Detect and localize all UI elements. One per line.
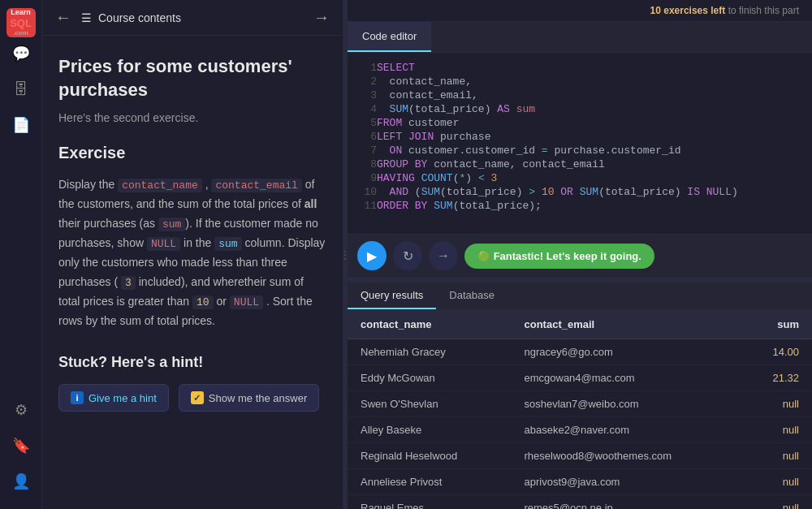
code-area[interactable]: 1 SELECT 2 contact_name, 3 contact_email… <box>348 53 812 234</box>
col-contact-email: contact_email <box>511 310 742 339</box>
line-num-6: 6 <box>348 130 377 144</box>
cell-contact-email: ngracey6@go.com <box>511 339 742 365</box>
col-contact-name: contact_name <box>348 310 511 339</box>
table-row: Anneliese Privostaprivost9@java.comnull <box>348 469 812 495</box>
tab-database-label: Database <box>449 289 495 301</box>
logo-sql: SQL <box>10 17 32 30</box>
lesson-title: Prices for some customers' purchases <box>58 55 326 101</box>
lesson-subtitle: Here's the second exercise. <box>58 111 326 124</box>
results-header-row: contact_name contact_email sum <box>348 310 812 339</box>
line-code-2[interactable]: contact_name, <box>377 75 812 88</box>
code-line-2: 2 contact_name, <box>348 75 812 88</box>
run-button[interactable]: ▶ <box>357 241 387 270</box>
course-contents-label: Course contents <box>98 11 181 24</box>
line-code-8[interactable]: GROUP BY contact_name, contact_email <box>377 157 812 171</box>
table-row: Alley Basekeabaseke2@naver.comnull <box>348 417 812 443</box>
cell-contact-email: soshevlan7@weibo.com <box>511 391 742 417</box>
code-sum1: sum <box>158 218 185 231</box>
line-num-9: 9 <box>348 171 377 185</box>
code-line-1: 1 SELECT <box>348 61 812 75</box>
hamburger-icon: ☰ <box>81 11 92 24</box>
fantastic-label: Fantastic! <box>494 250 543 262</box>
sidebar-item-user[interactable]: 👤 <box>5 465 37 498</box>
code-line-9: 9 HAVING COUNT(*) < 3 <box>348 171 812 185</box>
cell-contact-name: Nehemiah Gracey <box>348 339 511 365</box>
exercise-body: Display the contact_name , contact_email… <box>58 175 326 331</box>
logo-com: .com <box>13 29 28 37</box>
line-num-2: 2 <box>348 75 377 88</box>
line-code-9[interactable]: HAVING COUNT(*) < 3 <box>377 171 812 185</box>
cell-contact-name: Reginald Heselwood <box>348 443 511 469</box>
code-line-5: 5 FROM customer <box>348 116 812 130</box>
reset-button[interactable]: ↻ <box>393 241 422 270</box>
code-line-10: 10 AND (SUM(total_price) > 10 OR SUM(tot… <box>348 185 812 199</box>
finish-text: to finish this part <box>728 5 799 16</box>
line-code-6[interactable]: LEFT JOIN purchase <box>377 130 812 144</box>
line-code-1[interactable]: SELECT <box>377 61 812 75</box>
code-contact-email: contact_email <box>211 179 301 192</box>
forward-button[interactable]: → <box>429 241 458 270</box>
line-code-5[interactable]: FROM customer <box>377 116 812 130</box>
cell-contact-name: Raquel Emes <box>348 495 511 510</box>
table-row: Raquel Emesremes5@ocn.ne.jpnull <box>348 495 812 510</box>
sidebar-item-database[interactable]: 🗄 <box>5 73 37 106</box>
exercises-count: 10 exercises left <box>650 5 726 16</box>
cell-sum: 21.32 <box>742 365 812 391</box>
table-row: Eddy McGowanemcgowan4@mac.com21.32 <box>348 365 812 391</box>
cell-contact-email: aprivost9@java.com <box>511 469 742 495</box>
logo-learn: Learn <box>11 8 31 17</box>
line-code-10[interactable]: AND (SUM(total_price) > 10 OR SUM(total_… <box>377 185 812 199</box>
line-code-4[interactable]: SUM(total_price) AS sum <box>377 102 812 116</box>
code-table: 1 SELECT 2 contact_name, 3 contact_email… <box>348 61 812 213</box>
cell-contact-email: rheselwood8@woothemes.com <box>511 443 742 469</box>
line-code-11[interactable]: ORDER BY SUM(total_price); <box>377 199 812 213</box>
results-container: Query results Database contact_name cont… <box>348 282 812 509</box>
code-10: 10 <box>192 295 214 309</box>
sidebar-item-settings[interactable]: ⚙ <box>5 394 37 426</box>
hint-btn-label: Give me a hint <box>89 392 157 404</box>
sidebar: Learn SQL .com 💬 🗄 📄 ⚙ 🔖 👤 <box>0 0 42 509</box>
code-sum2: sum <box>214 237 241 251</box>
line-code-7[interactable]: ON customer.customer_id = purchase.custo… <box>377 144 812 157</box>
cell-contact-name: Eddy McGowan <box>348 365 511 391</box>
line-num-3: 3 <box>348 88 377 102</box>
answer-btn-label: Show me the answer <box>209 392 307 404</box>
editor-tabs: Code editor <box>348 22 812 53</box>
nav-forward-button[interactable]: → <box>313 8 330 27</box>
code-null2: NULL <box>230 295 263 309</box>
cell-contact-name: Anneliese Privost <box>348 469 511 495</box>
logo[interactable]: Learn SQL .com <box>6 8 36 37</box>
cell-sum: 14.00 <box>742 339 812 365</box>
fantastic-sublabel: Let's keep it going. <box>546 250 641 262</box>
right-panel: 10 exercises left to finish this part Co… <box>348 0 812 509</box>
cell-contact-email: abaseke2@naver.com <box>511 417 742 443</box>
sidebar-item-chat[interactable]: 💬 <box>5 37 37 70</box>
tab-code-editor-label: Code editor <box>362 30 417 42</box>
code-3: 3 <box>121 276 136 290</box>
cell-contact-email: remes5@ocn.ne.jp <box>511 495 742 510</box>
line-num-4: 4 <box>348 102 377 116</box>
table-row: Swen O'Shevlansoshevlan7@weibo.comnull <box>348 391 812 417</box>
editor-toolbar: ▶ ↻ → 🟢 Fantastic! Let's keep it going. <box>348 234 812 277</box>
line-num-8: 8 <box>348 157 377 171</box>
tab-code-editor[interactable]: Code editor <box>348 22 431 52</box>
show-me-the-answer-button[interactable]: ✓ Show me the answer <box>179 384 319 412</box>
tab-database[interactable]: Database <box>436 283 508 309</box>
sidebar-item-bookmark[interactable]: 🔖 <box>5 429 37 462</box>
nav-back-button[interactable]: ← <box>55 8 71 27</box>
exercise-heading: Exercise <box>58 144 326 162</box>
hint-buttons: i Give me a hint ✓ Show me the answer <box>58 384 326 412</box>
cell-sum: null <box>742 469 812 495</box>
table-row: Reginald Heselwoodrheselwood8@woothemes.… <box>348 443 812 469</box>
give-me-a-hint-button[interactable]: i Give me a hint <box>58 384 169 412</box>
code-line-7: 7 ON customer.customer_id = purchase.cus… <box>348 144 812 157</box>
results-table-wrap: contact_name contact_email sum Nehemiah … <box>348 310 812 509</box>
cell-contact-email: emcgowan4@mac.com <box>511 365 742 391</box>
line-code-3[interactable]: contact_email, <box>377 88 812 102</box>
sidebar-item-book[interactable]: 📄 <box>5 109 37 141</box>
line-num-10: 10 <box>348 185 377 199</box>
main-area: ← ☰ Course contents → Prices for some cu… <box>42 0 812 509</box>
lesson-content: Prices for some customers' purchases Her… <box>42 36 343 509</box>
hint-section-title: Stuck? Here's a hint! <box>58 354 326 371</box>
tab-query-results[interactable]: Query results <box>348 283 436 309</box>
